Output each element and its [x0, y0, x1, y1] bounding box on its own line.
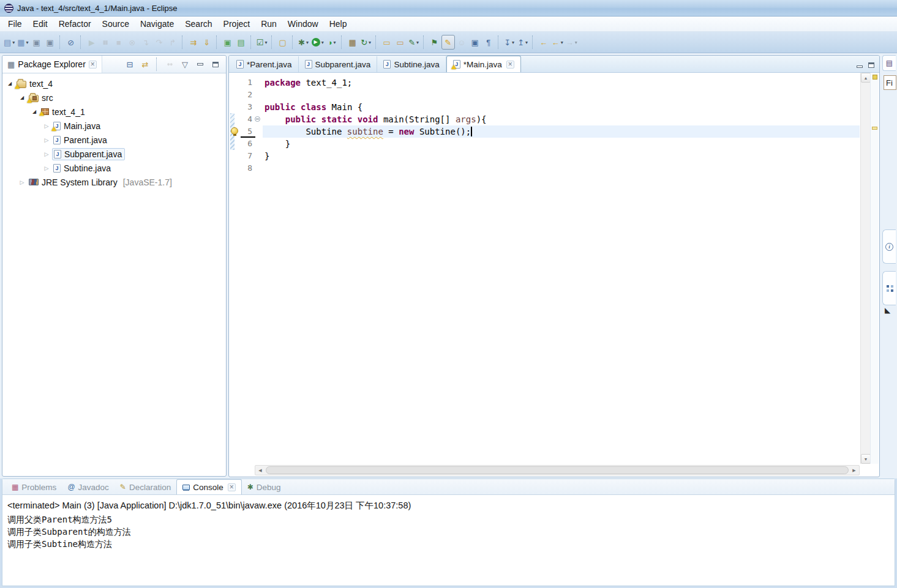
focus-on-task-button[interactable]: ●● [163, 58, 176, 70]
dropdown-arrow-icon[interactable]: ▾ [334, 40, 336, 45]
focus-task-button[interactable]: ☺ [455, 35, 468, 50]
android-avd-manager-button[interactable]: ▤ [235, 35, 248, 50]
expanded-arrow-icon[interactable]: ◢ [18, 95, 26, 100]
drop-to-frame-button[interactable]: ⇓ [200, 35, 214, 50]
tree-item-text-4-1[interactable]: ◢text_4_1 [2, 105, 226, 119]
editor-tab-subtine-java[interactable]: JSubtine.java [377, 56, 446, 72]
menu-file[interactable]: File [2, 18, 28, 30]
menu-search[interactable]: Search [179, 18, 217, 30]
overview-warning-icon[interactable] [873, 75, 877, 80]
coverage-button[interactable]: ◑▾ [325, 35, 339, 50]
dropdown-arrow-icon[interactable]: ▾ [12, 40, 15, 45]
menu-run[interactable]: Run [255, 18, 282, 30]
warning-bulb-icon[interactable] [231, 127, 238, 135]
scroll-down-icon[interactable]: ▼ [861, 454, 871, 464]
collapsed-arrow-icon[interactable]: ▷ [43, 165, 50, 171]
previous-annotation-button[interactable]: ↥▾ [516, 35, 530, 50]
tab-problems[interactable]: ▦Problems [6, 480, 62, 494]
maximize-view-button[interactable] [209, 58, 222, 70]
scroll-right-icon[interactable]: ▶ [849, 466, 859, 475]
toggle-mark-occurrences-button[interactable]: ✎ [441, 35, 455, 50]
minimize-editor-button[interactable] [857, 59, 863, 70]
tree-item-src[interactable]: ◢src [2, 91, 226, 105]
overview-warning-marker[interactable] [872, 127, 877, 130]
tree-item-subtine-java[interactable]: ▷JSubtine.java [2, 161, 226, 175]
minimize-view-button[interactable] [193, 58, 207, 70]
close-icon[interactable]: × [228, 483, 236, 491]
dropdown-arrow-icon[interactable]: ▾ [525, 40, 528, 45]
scroll-left-icon[interactable]: ◀ [255, 466, 265, 475]
close-icon[interactable]: × [89, 61, 97, 69]
scrollbar-thumb[interactable] [266, 466, 849, 474]
menu-refactor[interactable]: Refactor [53, 18, 97, 30]
tab-debug[interactable]: ✱Debug [242, 480, 287, 494]
collapsed-arrow-icon[interactable]: ▷ [43, 151, 50, 157]
editor-tab-main-java[interactable]: J*Main.java× [446, 56, 521, 72]
vertical-scrollbar[interactable]: ▲ ▼ [860, 73, 870, 464]
tree-item-main-java[interactable]: ▷JMain.java [2, 119, 226, 133]
console-output[interactable]: 调用父类Parent构造方法5调用子类Subparent的构造方法调用子类Sub… [2, 512, 895, 550]
tab-console[interactable]: Console× [176, 479, 242, 494]
tab-declaration[interactable]: ✎Declaration [114, 480, 176, 494]
use-step-filters-button[interactable]: ⇉ [187, 35, 200, 50]
menu-edit[interactable]: Edit [28, 18, 53, 30]
forward-button[interactable]: →▾ [565, 35, 579, 50]
tree-item-text-4[interactable]: ◢text_4 [2, 76, 226, 91]
run-button[interactable]: ▶▾ [310, 35, 325, 50]
dropdown-arrow-icon[interactable]: ▾ [575, 40, 577, 45]
next-annotation-button[interactable]: ↧▾ [503, 35, 516, 50]
dropdown-arrow-icon[interactable]: ▾ [512, 40, 514, 45]
menu-help[interactable]: Help [324, 18, 353, 30]
new-wizard-button[interactable]: ▤▾ [2, 35, 16, 50]
new-java-project-button[interactable]: ▦ [346, 35, 359, 50]
tree-item-jre-system-library[interactable]: ▷JRE System Library[JavaSE-1.7] [2, 175, 226, 189]
external-tools-button[interactable]: ↻▾ [359, 35, 373, 50]
package-explorer-tab[interactable]: ▦ Package Explorer × [2, 56, 102, 73]
terminate-button[interactable]: ■ [112, 35, 126, 50]
partial-find-field[interactable]: Fi [884, 75, 896, 90]
menu-project[interactable]: Project [218, 18, 256, 30]
save-all-button[interactable]: ▣ [43, 35, 57, 50]
horizontal-scrollbar[interactable]: ◀ ▶ [255, 465, 860, 475]
collapsed-arrow-icon[interactable]: ▷ [43, 137, 50, 143]
editor-tab-subparent-java[interactable]: JSubparent.java [299, 56, 378, 72]
help-minimized[interactable]: i [882, 229, 896, 264]
link-with-editor-button[interactable]: ⇄ [138, 58, 152, 70]
show-whitespace-button[interactable]: ¶ [482, 35, 495, 50]
line-number-ruler[interactable]: 12345678 [238, 73, 254, 174]
debug-button[interactable]: ✱▾ [297, 35, 310, 50]
dropdown-arrow-icon[interactable]: ▾ [369, 40, 371, 45]
disconnect-button[interactable]: ⊗ [126, 35, 139, 50]
last-edit-location-button[interactable]: ← [537, 35, 550, 50]
code-editor[interactable]: 12345678 package text_4_1;public class M… [230, 73, 879, 464]
collapse-all-button[interactable]: ⊟ [123, 58, 137, 70]
menu-source[interactable]: Source [97, 18, 135, 30]
scroll-up-icon[interactable]: ▲ [861, 73, 871, 83]
collapsed-arrow-icon[interactable]: ▷ [18, 179, 26, 185]
resume-button[interactable]: ▶ [85, 35, 99, 50]
collapsed-arrow-icon[interactable]: ▷ [43, 123, 50, 129]
dropdown-arrow-icon[interactable]: ▾ [561, 40, 563, 45]
editor-tab-parent-java[interactable]: J*Parent.java [230, 56, 299, 72]
title-bar[interactable]: Java - text_4/src/text_4_1/Main.java - E… [0, 0, 897, 17]
dropdown-arrow-icon[interactable]: ▾ [306, 40, 309, 45]
skip-all-breakpoints-button[interactable]: ⊘ [64, 35, 78, 50]
new-java-class-button[interactable]: ▢ [276, 35, 290, 50]
dropdown-arrow-icon[interactable]: ▾ [265, 40, 267, 45]
android-lint-button[interactable]: ✎▾ [407, 35, 421, 50]
android-sdk-manager-button[interactable]: ▣ [221, 35, 235, 50]
restore-sash-icon[interactable]: ◣ [885, 306, 890, 314]
verify-option-button[interactable]: ☑▾ [255, 35, 269, 50]
new-java-element-button[interactable]: ▦▾ [16, 35, 29, 50]
menu-window[interactable]: Window [282, 18, 324, 30]
task-list-minimized[interactable]: ▤ [882, 55, 896, 71]
maximize-editor-button[interactable] [868, 59, 874, 70]
fold-minus-icon[interactable] [255, 116, 260, 122]
tree-item-parent-java[interactable]: ▷JParent.java [2, 133, 226, 147]
expanded-arrow-icon[interactable]: ◢ [6, 81, 13, 86]
dropdown-arrow-icon[interactable]: ▾ [26, 40, 29, 45]
overview-ruler[interactable] [870, 73, 879, 464]
step-over-button[interactable]: ↷ [152, 35, 166, 50]
open-resource-button[interactable]: ▭ [394, 35, 407, 50]
step-return-button[interactable]: ↱ [166, 35, 179, 50]
